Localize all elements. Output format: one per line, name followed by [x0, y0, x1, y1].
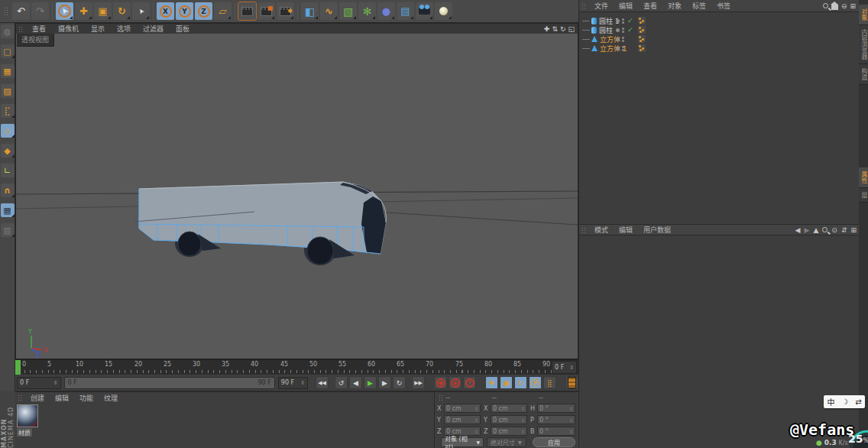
- stepper-icon[interactable]: ⇕: [300, 380, 305, 386]
- render-settings-button[interactable]: [277, 2, 294, 20]
- home-icon[interactable]: [831, 5, 838, 10]
- selection-tag-icon[interactable]: [638, 35, 646, 43]
- stepper-icon[interactable]: ⇕: [569, 365, 574, 371]
- range-start-field[interactable]: 0 F⇕: [17, 377, 61, 389]
- current-frame-field[interactable]: 0 F⇕: [552, 361, 577, 374]
- visibility-toggles[interactable]: [622, 18, 624, 24]
- history-forward-icon[interactable]: ▶: [805, 226, 810, 234]
- pos-x-field[interactable]: 0 cm⇕: [444, 404, 481, 413]
- ime-switch-icon[interactable]: ⇄: [855, 398, 861, 406]
- ime-toolbar[interactable]: 中 ☽ ⇄: [824, 395, 865, 408]
- material-menu-texture[interactable]: 纹理: [99, 391, 123, 404]
- viewport-pan-icon[interactable]: ✚: [544, 25, 550, 33]
- viewport-zoom-icon[interactable]: ⇅: [552, 25, 558, 33]
- live-selection-button[interactable]: ➤: [56, 2, 73, 20]
- front-wheel[interactable]: [178, 232, 201, 256]
- attribute-manager-grip[interactable]: [581, 227, 587, 233]
- undo-button[interactable]: ↶: [12, 2, 30, 20]
- object-row-cylinder[interactable]: 圆柱 ✓: [579, 25, 859, 34]
- apply-button[interactable]: 应用: [533, 437, 575, 447]
- selection-tag-icon[interactable]: [638, 44, 646, 52]
- workplane-button[interactable]: ▦: [1, 203, 15, 217]
- enabled-check-icon[interactable]: ✓: [627, 26, 635, 34]
- object-row-cube[interactable]: 立方体: [579, 34, 859, 44]
- scale-button[interactable]: ▣: [94, 2, 112, 20]
- ime-moon-icon[interactable]: ☽: [841, 398, 848, 406]
- polygons-mode-button[interactable]: ◆: [1, 144, 15, 157]
- range-end-field[interactable]: 90 F⇕: [278, 377, 308, 389]
- preview-range-slider[interactable]: 0 F 90 F: [64, 377, 275, 389]
- visibility-dot[interactable]: [616, 28, 620, 32]
- rot-p-field[interactable]: 0 °⇕: [537, 415, 575, 424]
- tab-structure[interactable]: 构造: [859, 64, 868, 85]
- size-y-field[interactable]: 0 cm⇕: [491, 415, 527, 424]
- search-icon[interactable]: [822, 227, 828, 232]
- size-x-field[interactable]: 0 cm⇕: [491, 404, 527, 413]
- viewport-menu-options[interactable]: 选项: [111, 23, 137, 34]
- visibility-toggles[interactable]: [622, 28, 624, 33]
- enabled-check-icon[interactable]: ✓: [627, 17, 635, 24]
- timeline-ruler[interactable]: 0 5 10 15 20 25 30 35 40 45 50 55 60 65 …: [15, 359, 578, 375]
- workplane-snap-button[interactable]: ▥: [1, 223, 15, 237]
- am-menu-mode[interactable]: 模式: [589, 223, 614, 236]
- add-spline-button[interactable]: ∿: [320, 2, 338, 20]
- add-cube-button[interactable]: ◧: [301, 2, 319, 20]
- coordinate-system-button[interactable]: ▱: [214, 2, 232, 20]
- autokey-button[interactable]: ◉: [449, 376, 462, 389]
- key-parameter-button[interactable]: P: [529, 376, 542, 389]
- rotate-button[interactable]: ↻: [113, 2, 131, 20]
- enable-axis-button[interactable]: ∟: [1, 164, 15, 177]
- om-menu-objects[interactable]: 对象: [662, 0, 687, 12]
- attribute-manager-body[interactable]: [579, 236, 860, 448]
- move-button[interactable]: ✚: [75, 2, 92, 20]
- coordinates-grip[interactable]: [439, 394, 444, 401]
- visibility-dot[interactable]: [616, 19, 620, 23]
- rot-h-field[interactable]: 0 °⇕: [537, 404, 575, 413]
- previous-frame-button[interactable]: ◀: [349, 376, 362, 389]
- last-tool-button[interactable]: ➤: [132, 2, 150, 20]
- object-row-cylinder1[interactable]: 圆柱 1 ✓: [579, 16, 859, 25]
- am-menu-userdata[interactable]: 用户数据: [638, 223, 676, 236]
- material-tile[interactable]: 材质: [17, 404, 40, 438]
- play-button[interactable]: ▶: [364, 376, 377, 389]
- om-menu-tags[interactable]: 标签: [687, 0, 711, 12]
- object-manager-grip[interactable]: [581, 3, 587, 9]
- ime-language-icon[interactable]: 中: [827, 396, 834, 407]
- search-icon[interactable]: [823, 3, 828, 8]
- material-menu-grip[interactable]: [18, 394, 23, 401]
- add-floor-button[interactable]: ▤: [397, 2, 414, 20]
- add-camera-button[interactable]: [416, 2, 433, 20]
- add-subdivision-surface-button[interactable]: ▧: [339, 2, 357, 20]
- material-name[interactable]: 材质: [17, 428, 32, 437]
- lock-icon[interactable]: ⊙: [831, 226, 837, 234]
- scene-3d-bus-model[interactable]: Y X Z: [16, 34, 578, 359]
- selection-tag-icon[interactable]: [638, 17, 646, 24]
- keyframe-selection-button[interactable]: ?: [463, 376, 476, 389]
- size-z-field[interactable]: 0 cm⇕: [491, 427, 527, 436]
- visibility-dot[interactable]: [616, 37, 620, 41]
- viewport-menu-filter[interactable]: 过滤器: [137, 23, 170, 34]
- tab-objects[interactable]: 对象: [859, 5, 868, 25]
- timeline-panel-button[interactable]: [565, 376, 578, 389]
- new-panel-icon[interactable]: ⊞: [850, 226, 857, 234]
- goto-end-button[interactable]: ▶▶: [412, 376, 425, 389]
- edges-mode-button[interactable]: ◇: [1, 124, 15, 138]
- make-editable-button[interactable]: ◍: [1, 24, 15, 38]
- key-rotation-button[interactable]: ↻: [514, 376, 527, 389]
- object-row-cube1[interactable]: 立方体 1: [579, 44, 859, 53]
- selection-tag-icon[interactable]: [638, 26, 646, 34]
- viewport-menu-display[interactable]: 显示: [85, 23, 111, 34]
- viewport-rotate-icon[interactable]: ↻: [560, 25, 566, 33]
- om-menu-edit[interactable]: 编辑: [614, 0, 638, 12]
- visibility-toggles[interactable]: [622, 37, 624, 42]
- add-deformer-button[interactable]: ✻: [358, 2, 376, 20]
- lock-x-axis-button[interactable]: X: [157, 2, 174, 20]
- om-menu-bookmarks[interactable]: 书签: [711, 0, 736, 12]
- key-scale-button[interactable]: ▣: [500, 376, 513, 389]
- am-menu-edit[interactable]: 编辑: [614, 223, 638, 236]
- history-back-icon[interactable]: ◀: [795, 226, 801, 234]
- key-position-button[interactable]: ✚: [485, 376, 498, 389]
- next-frame-button[interactable]: ▶: [378, 376, 391, 389]
- om-menu-file[interactable]: 文件: [589, 0, 614, 12]
- enable-snap-button[interactable]: ∩: [1, 183, 15, 197]
